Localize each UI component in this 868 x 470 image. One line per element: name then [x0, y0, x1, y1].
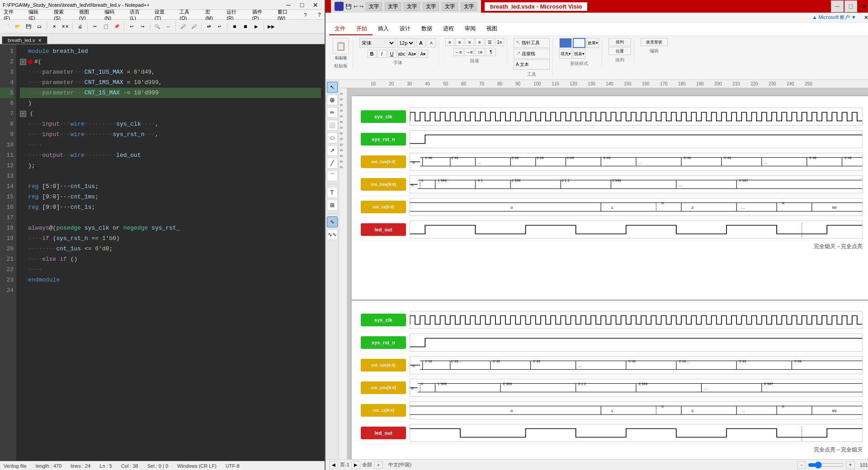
- font-size-select[interactable]: 12pt: [397, 38, 415, 48]
- redo-btn[interactable]: ↪: [137, 22, 147, 32]
- underline-btn[interactable]: U: [387, 50, 396, 58]
- align-left-btn[interactable]: ≡: [445, 38, 454, 46]
- visio-canvas[interactable]: sys_clk sys_rst_n: [352, 96, 868, 459]
- ribbon-close-btn[interactable]: ✕: [860, 11, 868, 24]
- canvas-scroll[interactable]: 8 8 8 8 8 8 8 8 8 9 9 9 9 9 sys_clk: [339, 88, 868, 459]
- save-all-btn[interactable]: 🗂: [34, 22, 44, 32]
- pen-tool[interactable]: ✏: [327, 107, 338, 118]
- align-right-btn[interactable]: ≡: [465, 38, 474, 46]
- pan-tool[interactable]: ⊕: [327, 94, 338, 105]
- find-btn[interactable]: 🔍: [152, 22, 162, 32]
- tab-wenjian[interactable]: 文件: [329, 23, 351, 35]
- zoomin-btn[interactable]: 🔎: [178, 22, 188, 32]
- 改形状-btn[interactable]: 改变形状: [641, 38, 668, 46]
- fontcolor-btn[interactable]: Aa▾: [407, 50, 417, 58]
- align-center-btn[interactable]: ≡: [455, 38, 464, 46]
- print-btn[interactable]: 🖨: [75, 22, 85, 32]
- qat-btn5[interactable]: 文字: [442, 2, 458, 11]
- visio-canvas-wrap[interactable]: 102030 405060 708090 100110120 130140150…: [339, 80, 868, 459]
- run-btn[interactable]: ▶▶: [266, 22, 276, 32]
- strikethrough-btn[interactable]: abc: [397, 50, 406, 58]
- visio-minimize-btn[interactable]: ─: [831, 0, 844, 12]
- highlight-btn[interactable]: A▾: [418, 50, 428, 58]
- macro-stop-btn[interactable]: ⏹: [241, 22, 250, 32]
- bookmark-2[interactable]: [28, 60, 33, 64]
- copy-btn[interactable]: 📋: [101, 22, 111, 32]
- next-page-btn[interactable]: ▶: [351, 461, 360, 469]
- font-name-select[interactable]: 宋体: [359, 38, 396, 48]
- list-num-btn[interactable]: 1≡: [495, 38, 504, 46]
- code-area[interactable]: 1 2 3 4 5 6 7 8 9 10 11 12 13 14 15 16 1…: [0, 44, 325, 461]
- ms-account[interactable]: ▲ Microsoft 帐户 ▼: [812, 14, 856, 21]
- tab-shenyue[interactable]: 审阅: [459, 23, 481, 35]
- textblock-tool-btn[interactable]: A 文本: [514, 60, 550, 70]
- np-maximize-btn[interactable]: □: [296, 0, 308, 11]
- fill-style1-btn[interactable]: [559, 38, 572, 48]
- indent-dec-btn[interactable]: ←≡: [453, 48, 463, 56]
- visio-undo-btn[interactable]: ↩: [354, 4, 358, 9]
- line-btn[interactable]: 线条▾: [573, 49, 585, 59]
- findreplace-btn[interactable]: ↔: [163, 22, 173, 32]
- rect-tool[interactable]: ⬜: [327, 120, 338, 131]
- wrap-btn[interactable]: ↵: [215, 22, 225, 32]
- connect-tool-btn[interactable]: ↗ 连接线: [514, 49, 550, 59]
- close-btn[interactable]: ✕: [49, 22, 59, 32]
- paste-big-btn[interactable]: 📋: [333, 38, 349, 54]
- cut-btn[interactable]: ✂: [90, 22, 100, 32]
- macro-play-btn[interactable]: ▶: [251, 22, 261, 32]
- save-btn[interactable]: 💾: [24, 22, 33, 32]
- line-tool[interactable]: ╱: [327, 158, 338, 169]
- close-all-btn[interactable]: ✕✕: [60, 22, 70, 32]
- zoom-in-btn[interactable]: +: [846, 461, 855, 469]
- tab-sheji[interactable]: 设计: [394, 23, 416, 35]
- visio-close-btn[interactable]: ✕: [858, 0, 868, 12]
- add-page-btn[interactable]: ＋: [374, 461, 383, 469]
- crop-tool[interactable]: ⊞: [327, 200, 338, 211]
- tab-breath-led[interactable]: breath_led.v ✕: [2, 36, 47, 44]
- open-btn[interactable]: 📂: [13, 22, 23, 32]
- np-close-btn[interactable]: ✕: [309, 0, 322, 11]
- menu-help[interactable]: ?: [302, 11, 309, 19]
- qat-btn2[interactable]: 文字: [385, 2, 401, 11]
- indent-inc-btn[interactable]: →≡: [464, 48, 474, 56]
- align-justify-btn[interactable]: ≡: [475, 38, 484, 46]
- fold-7[interactable]: -: [20, 111, 26, 117]
- 位置-btn[interactable]: 位置: [609, 47, 631, 55]
- sync-scroll-btn[interactable]: ⇄: [204, 22, 214, 32]
- ellipse-tool[interactable]: ⬭: [327, 132, 338, 143]
- connector-tool[interactable]: ↗: [327, 145, 338, 156]
- wave-tool[interactable]: ∿: [327, 216, 338, 227]
- code-content[interactable]: module breath_led - #( ····parameter···C…: [16, 44, 325, 461]
- undo-btn[interactable]: ↩: [127, 22, 137, 32]
- 排列-btn[interactable]: 排列: [609, 38, 631, 46]
- fold-2[interactable]: -: [20, 59, 26, 65]
- tab-charu[interactable]: 插入: [373, 23, 394, 35]
- qat-btn3[interactable]: 文字: [404, 2, 420, 11]
- pointer-tool[interactable]: ↖: [327, 82, 338, 93]
- text-tool[interactable]: T: [327, 187, 338, 198]
- qat-btn6[interactable]: 文字: [461, 2, 477, 11]
- tab-close-btn[interactable]: ✕: [38, 38, 42, 43]
- visio-maximize-btn[interactable]: □: [844, 0, 857, 12]
- tab-kaishi[interactable]: 开始: [351, 23, 373, 35]
- font-grow-btn[interactable]: A: [416, 38, 425, 47]
- freeform-tool[interactable]: ⌒: [327, 170, 338, 181]
- tab-shuju[interactable]: 数据: [416, 23, 438, 35]
- line-style1-btn[interactable]: [573, 38, 585, 48]
- macro-rec-btn[interactable]: ⏺: [230, 22, 240, 32]
- tab-shitu[interactable]: 视图: [481, 23, 503, 35]
- bold-btn[interactable]: B: [368, 50, 377, 58]
- paste-btn[interactable]: 📌: [112, 22, 122, 32]
- qat-btn1[interactable]: 文字: [366, 2, 382, 11]
- pointer-tool-btn[interactable]: ↖ 指针工具: [514, 38, 550, 48]
- qat-btn4[interactable]: 文字: [423, 2, 439, 11]
- measure-tool[interactable]: ∿∿: [327, 229, 338, 240]
- list-btn[interactable]: ☰: [485, 38, 494, 46]
- font-shrink-btn[interactable]: A: [427, 38, 436, 47]
- visio-redo-btn[interactable]: ↪: [359, 4, 363, 9]
- visio-save-btn[interactable]: 💾: [345, 4, 352, 9]
- para-mark-btn[interactable]: ¶: [486, 48, 496, 56]
- tab-jincheng[interactable]: 进程: [438, 23, 459, 35]
- zoom-out-btn[interactable]: -: [797, 461, 806, 469]
- prev-page-btn[interactable]: ◀: [329, 461, 338, 469]
